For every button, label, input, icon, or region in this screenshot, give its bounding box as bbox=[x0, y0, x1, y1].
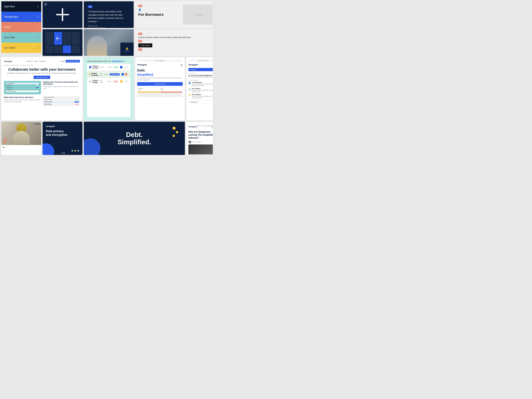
tg-nav-company[interactable]: Company ▾ bbox=[38, 60, 46, 62]
dot-2 bbox=[5, 147, 6, 148]
blog-image bbox=[188, 145, 213, 154]
hero-decoration-dots bbox=[173, 127, 178, 137]
company-chevron-icon bbox=[197, 101, 198, 103]
photo-lock-overlay: 🔒 bbox=[120, 43, 134, 56]
swatch-night-blue-icon: ⟟ bbox=[38, 5, 38, 8]
hamburger-icon[interactable]: ☰ bbox=[181, 64, 183, 66]
swatch-sun-yellow[interactable]: Sun Yellow ⟟ bbox=[1, 43, 41, 53]
logo-cell-6 bbox=[54, 45, 62, 53]
swatch-sun-yellow-icon: ⟟ bbox=[38, 46, 38, 50]
deal-row-2: 2 Project Columbo 5th May Status COMPLET… bbox=[87, 71, 130, 78]
mobile-url-bar-1: 🔒 termgrid.com bbox=[137, 59, 183, 62]
learn-more-button[interactable]: Learn more bbox=[138, 43, 152, 47]
access-tag-70b: 70 bbox=[138, 48, 142, 51]
mobile-nav-top: Termgrid⟟ × bbox=[188, 63, 213, 67]
deal-row-1: 1 Project Cronus 29 Oct Status LIVE bbox=[87, 64, 130, 71]
logo-cell-8 bbox=[72, 45, 80, 53]
quote-number: 11 bbox=[88, 5, 92, 8]
logo-cell-3 bbox=[63, 32, 71, 45]
deal-status-label-2: Status bbox=[104, 74, 108, 75]
tg-features: Termgrid Forms Project A• Borrower 2▪ Pr… bbox=[4, 81, 80, 94]
c2-dot-1 bbox=[60, 153, 61, 154]
tg-feature-img-1: Termgrid Forms Project A• Borrower 2▪ Pr… bbox=[4, 81, 41, 94]
hero-dark-panel: Debt. Simplified. bbox=[84, 122, 185, 155]
deal-num-2: 2 bbox=[89, 73, 90, 76]
toggle-1[interactable] bbox=[124, 66, 128, 69]
access-tag-30: 30 bbox=[138, 32, 142, 35]
mobile-cta-1[interactable]: Get Early Access bbox=[137, 82, 183, 86]
blog-nav-product[interactable]: Product ▾ bbox=[197, 125, 201, 128]
swatch-peach[interactable]: Peach ⟟ bbox=[1, 22, 41, 32]
color-swatches-panel: Night Blue ⟟ Termgrid Blue ⟟ Peach ⟟ Arc… bbox=[1, 1, 41, 56]
c2-dot-2 bbox=[62, 153, 63, 154]
status-badge-completed: COMPLETED bbox=[110, 73, 120, 76]
deal-name-2: Project Columbo bbox=[91, 72, 98, 76]
tg-login[interactable]: Log In bbox=[61, 60, 65, 62]
mobile-headline-1b: Simplified. bbox=[137, 73, 183, 77]
card2-dot-3 bbox=[77, 150, 79, 152]
tg-feature-img-2: DEAL PRECEDENTS Project Cronus LIVE Proj… bbox=[43, 96, 80, 106]
quote-panel: 11 "Termgrid quickly assembled a fully m… bbox=[84, 1, 134, 28]
blog-login[interactable]: Log In bbox=[212, 125, 213, 128]
mobile-url-bar-2: 🔒 termgrid.com bbox=[188, 59, 213, 62]
termgrid-website-panel: Termgrid⟟ Product ▾ Blog Company ▾ Log I… bbox=[1, 57, 82, 120]
dropdown-item-borrowers: 👤 For Borrowers Access relevant lenders … bbox=[188, 82, 213, 87]
logo-cell-icon bbox=[56, 36, 61, 41]
workflow-icon: ⊞ bbox=[188, 75, 190, 77]
deal-date-3: 15th March bbox=[100, 80, 106, 83]
tg-logo: Termgrid⟟ bbox=[4, 60, 12, 62]
hero-dot-2 bbox=[176, 131, 178, 133]
tg-cta-button[interactable]: Get Early Access bbox=[66, 60, 80, 63]
mobile-product-dropdown[interactable]: Product bbox=[188, 68, 213, 71]
blog-nav-links: Product ▾ Blog Company ▾ bbox=[197, 125, 212, 128]
social-indicator-dots bbox=[3, 147, 7, 148]
mobile-logo-1: Termgrid⟟ bbox=[137, 63, 147, 66]
tg-nav-product[interactable]: Product ▾ bbox=[27, 60, 33, 62]
swatch-arctic-blue[interactable]: Arctic Blue ⟟ bbox=[1, 32, 41, 43]
deal-date-2: 5th May bbox=[100, 73, 103, 76]
dropdown-item-borrowers-text: For Borrowers Access relevant lenders an… bbox=[192, 82, 213, 87]
swatch-termgrid-blue[interactable]: Termgrid Blue ⟟ bbox=[1, 12, 41, 22]
logo-cell-4 bbox=[72, 32, 80, 45]
expand-icon[interactable]: ⤢ bbox=[38, 146, 40, 148]
tg-feature-text-1: Unified view of all your deal activity a… bbox=[43, 81, 80, 94]
quote-author: Eric Dereck Investor at BlackRock bbox=[88, 25, 130, 29]
dot-1 bbox=[3, 147, 4, 148]
deal-borrower-tag[interactable]: BORROWER 1 bbox=[112, 61, 123, 62]
deal-num-1: 1 bbox=[89, 66, 91, 69]
mobile-logo-2: Termgrid⟟ bbox=[188, 63, 198, 66]
deal-header-text: DEAL PRECEDENTS FOR THE bbox=[87, 61, 111, 62]
card2-dot-2 bbox=[75, 150, 76, 152]
borrower-panel: 70 👤 For Borrowers 550x480 bbox=[135, 1, 213, 28]
blog-panel: Termgrid⟟ Product ▾ Blog Company ▾ Log I… bbox=[186, 122, 213, 155]
dropdown-workflow-section: By Workflow ⊞ End to End Deal Management… bbox=[188, 72, 213, 78]
mobile-company-dropdown[interactable]: Company bbox=[188, 100, 213, 104]
blog-nav-blog[interactable]: Blog bbox=[202, 125, 205, 128]
blog-headline: Why Are Employees Leaving The Hospitalit… bbox=[188, 130, 213, 139]
tg-nav-blog[interactable]: Blog bbox=[34, 60, 37, 62]
swatch-termgrid-blue-icon: ⟟ bbox=[38, 15, 38, 19]
quote-text: "Termgrid quickly assembled a fully mana… bbox=[88, 10, 130, 23]
deal-table: 1 Project Cronus 29 Oct Status LIVE 2 Pr… bbox=[87, 64, 130, 117]
toggle-3[interactable] bbox=[124, 80, 128, 83]
status-badge-lost: LOST bbox=[113, 81, 118, 83]
quote-photo-panel: 🔒 bbox=[84, 29, 134, 56]
borrower-placeholder-img: 550x480 bbox=[183, 5, 213, 25]
swatch-night-blue[interactable]: Night Blue ⟟ bbox=[1, 1, 41, 12]
dot-3 bbox=[6, 147, 7, 148]
avatar-1 bbox=[120, 66, 123, 69]
borrowers-icon: 👤 bbox=[188, 82, 191, 84]
close-icon[interactable]: × bbox=[44, 3, 47, 6]
borrower-tag: 70 bbox=[138, 5, 142, 7]
blog-nav-company[interactable]: Company ▾ bbox=[206, 125, 211, 128]
card2-headline: Data privacy and encryption bbox=[46, 129, 79, 137]
tg-early-access-button[interactable]: Get Early Access bbox=[34, 76, 50, 79]
blog-author-name: by Jeff Rodgers bbox=[192, 141, 202, 143]
tg-subtext: Strengthen underwriting processes. Organ… bbox=[4, 72, 80, 74]
logo-grid-panel bbox=[43, 29, 82, 56]
person-photo: termgrid ⟟ ⟟ bbox=[1, 122, 41, 145]
lenders-icon: 📊 bbox=[188, 88, 191, 90]
swatch-arctic-blue-label: Arctic Blue bbox=[4, 36, 15, 39]
mobile-panel-1: 🔒 termgrid.com Termgrid⟟ ☰ Debt. Simplif… bbox=[135, 57, 185, 120]
tg-features-2: Make faster data-driven decisions System… bbox=[4, 96, 80, 106]
